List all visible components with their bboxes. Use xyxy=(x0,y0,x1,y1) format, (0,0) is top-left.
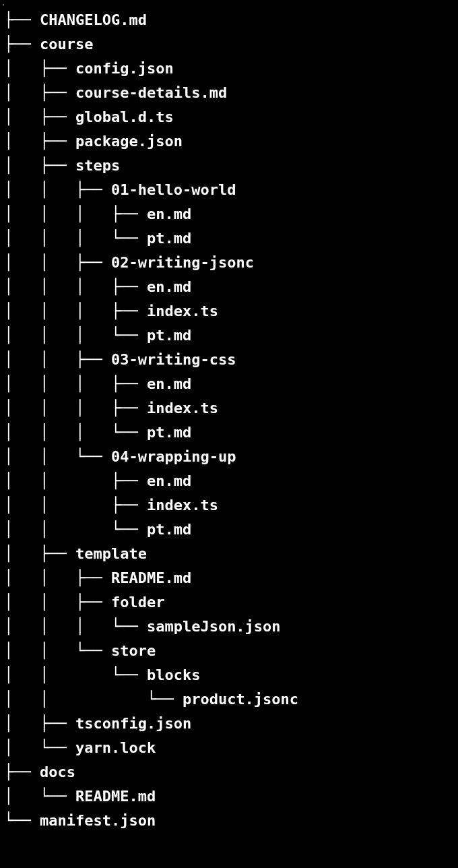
tree-node-name: sampleJson.json xyxy=(147,618,281,635)
tree-branch-prefix: │ │ └── xyxy=(4,448,111,465)
tree-node-name: pt.md xyxy=(147,424,191,441)
tree-line: │ ├── steps xyxy=(4,154,458,178)
tree-node-name: yarn.lock xyxy=(75,739,156,756)
tree-branch-prefix: ├── xyxy=(4,36,40,53)
tree-node-name: README.md xyxy=(111,569,191,586)
tree-node-name: index.ts xyxy=(147,400,218,416)
tree-branch-prefix: │ └── xyxy=(4,788,75,805)
tree-branch-prefix: │ │ │ ├── xyxy=(4,206,147,222)
tree-line: │ │ │ └── sampleJson.json xyxy=(4,615,458,639)
tree-branch-prefix: │ ├── xyxy=(4,84,75,101)
tree-line: │ └── yarn.lock xyxy=(4,736,458,760)
tree-node-name: 03-writing-css xyxy=(111,351,236,368)
tree-node-name: pt.md xyxy=(147,230,191,247)
tree-branch-prefix: │ ├── xyxy=(4,60,75,77)
tree-branch-prefix: ├── xyxy=(4,764,40,780)
tree-line: │ │ ├── 01-hello-world xyxy=(4,178,458,202)
tree-line: ├── CHANGELOG.md xyxy=(4,8,458,32)
tree-node-name: config.json xyxy=(75,60,174,77)
tree-line: │ ├── global.d.ts xyxy=(4,105,458,129)
tree-line: │ │ │ └── pt.md xyxy=(4,421,458,445)
file-tree: ├── CHANGELOG.md├── course│ ├── config.j… xyxy=(0,7,458,833)
tree-line: │ ├── package.json xyxy=(4,129,458,154)
tree-node-name: package.json xyxy=(75,133,183,150)
tree-node-name: global.d.ts xyxy=(75,108,174,125)
tree-node-name: index.ts xyxy=(147,303,218,319)
tree-branch-prefix: │ │ ├── xyxy=(4,351,111,368)
tree-branch-prefix: │ │ │ └── xyxy=(4,327,147,344)
tree-line: │ │ ├── en.md xyxy=(4,469,458,493)
tree-node-name: course-details.md xyxy=(75,84,227,101)
tree-branch-prefix: │ │ ├── xyxy=(4,569,111,586)
tree-branch-prefix: │ │ ├── xyxy=(4,181,111,198)
tree-branch-prefix: │ │ │ ├── xyxy=(4,303,147,319)
tree-branch-prefix: │ │ │ ├── xyxy=(4,400,147,416)
tree-line: │ │ ├── 03-writing-css xyxy=(4,348,458,372)
tree-branch-prefix: │ │ │ └── xyxy=(4,424,147,441)
tree-line: │ │ │ ├── index.ts xyxy=(4,299,458,323)
tree-line: │ │ └── 04-wrapping-up xyxy=(4,445,458,469)
tree-node-name: CHANGELOG.md xyxy=(40,11,147,28)
tree-node-name: en.md xyxy=(147,278,191,295)
tree-branch-prefix: │ │ └── xyxy=(4,521,147,538)
tree-branch-prefix: │ ├── xyxy=(4,715,75,732)
tree-node-name: manifest.json xyxy=(40,812,156,829)
tree-branch-prefix: │ │ ├── xyxy=(4,472,147,489)
tree-node-name: 04-wrapping-up xyxy=(111,448,236,465)
tree-branch-prefix: │ │ ├── xyxy=(4,497,147,514)
tree-line: │ │ ├── index.ts xyxy=(4,493,458,518)
tree-node-name: en.md xyxy=(147,472,191,489)
tree-node-name: tsconfig.json xyxy=(75,715,191,732)
tree-node-name: store xyxy=(111,642,156,659)
tree-line: │ │ └── store xyxy=(4,639,458,663)
tree-branch-prefix: │ │ └── xyxy=(4,691,183,708)
tree-line: │ │ └── blocks xyxy=(4,663,458,687)
tree-node-name: folder xyxy=(111,594,164,611)
tree-node-name: pt.md xyxy=(147,327,191,344)
tree-node-name: steps xyxy=(75,157,120,174)
tree-branch-prefix: │ │ │ ├── xyxy=(4,375,147,392)
tree-branch-prefix: │ │ │ └── xyxy=(4,618,147,635)
tree-line: │ ├── tsconfig.json xyxy=(4,712,458,736)
tree-branch-prefix: │ ├── xyxy=(4,157,75,174)
tree-node-name: course xyxy=(40,36,93,53)
tree-branch-prefix: │ │ │ ├── xyxy=(4,278,147,295)
tree-line: └── manifest.json xyxy=(4,809,458,833)
tree-line: ├── course xyxy=(4,32,458,57)
tree-branch-prefix: │ │ └── xyxy=(4,642,111,659)
tree-branch-prefix: │ │ │ └── xyxy=(4,230,147,247)
tree-line: │ ├── course-details.md xyxy=(4,81,458,105)
tree-line: │ │ │ ├── en.md xyxy=(4,372,458,396)
tree-line: │ │ ├── 02-writing-jsonc xyxy=(4,251,458,275)
tree-line: │ │ │ ├── en.md xyxy=(4,275,458,299)
tree-branch-prefix: │ ├── xyxy=(4,545,75,562)
tree-branch-prefix: │ ├── xyxy=(4,133,75,150)
tree-node-name: template xyxy=(75,545,147,562)
tree-branch-prefix: │ │ ├── xyxy=(4,254,111,271)
tree-line: │ ├── config.json xyxy=(4,57,458,81)
tree-line: │ │ │ ├── en.md xyxy=(4,202,458,226)
tree-branch-prefix: └── xyxy=(4,812,40,829)
tree-line: │ └── README.md xyxy=(4,784,458,809)
tree-line: │ │ ├── folder xyxy=(4,590,458,615)
tree-root-dot: . xyxy=(0,0,458,7)
tree-line: │ │ ├── README.md xyxy=(4,566,458,590)
tree-line: ├── docs xyxy=(4,760,458,784)
tree-line: │ ├── template xyxy=(4,542,458,566)
tree-node-name: en.md xyxy=(147,206,191,222)
tree-node-name: index.ts xyxy=(147,497,218,514)
tree-line: │ │ └── product.jsonc xyxy=(4,687,458,712)
tree-branch-prefix: ├── xyxy=(4,11,40,28)
tree-node-name: en.md xyxy=(147,375,191,392)
tree-node-name: 01-hello-world xyxy=(111,181,236,198)
tree-line: │ │ │ ├── index.ts xyxy=(4,396,458,421)
tree-node-name: docs xyxy=(40,764,75,780)
tree-branch-prefix: │ │ └── xyxy=(4,666,147,683)
tree-node-name: README.md xyxy=(75,788,156,805)
tree-line: │ │ │ └── pt.md xyxy=(4,323,458,348)
tree-node-name: blocks xyxy=(147,666,200,683)
tree-node-name: product.jsonc xyxy=(183,691,298,708)
tree-line: │ │ └── pt.md xyxy=(4,518,458,542)
tree-branch-prefix: │ │ ├── xyxy=(4,594,111,611)
tree-branch-prefix: │ └── xyxy=(4,739,75,756)
